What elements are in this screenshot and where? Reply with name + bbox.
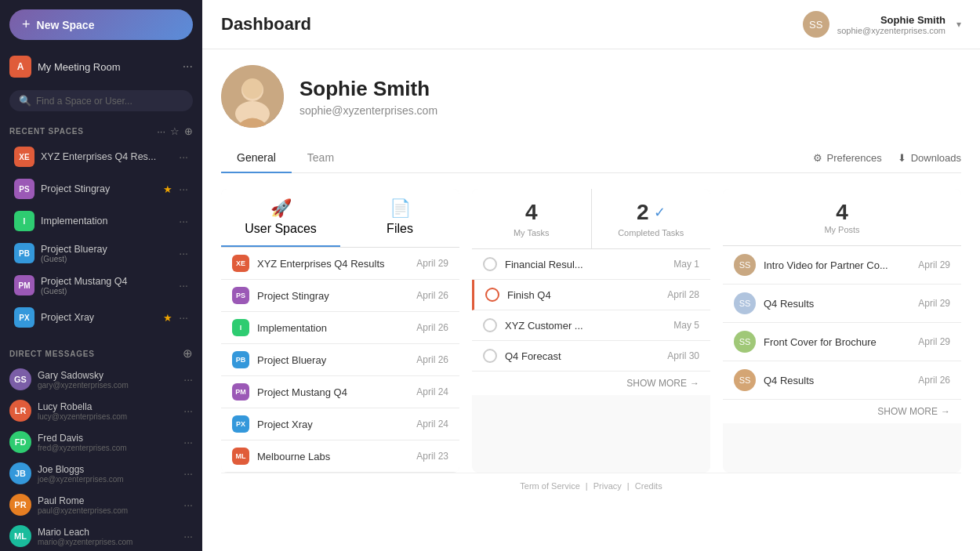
space-row-xe[interactable]: XE XYZ Enterprises Q4 Results April 29 (221, 248, 459, 280)
task-label-t1: Financial Resul... (505, 259, 666, 270)
downloads-label: Downloads (911, 152, 961, 164)
dm-item-mario[interactable]: ML Mario Leach mario@xyzenterprises.com … (0, 520, 202, 551)
dm-info-fred: Fred Davis fred@xyzenterprises.com (38, 433, 177, 452)
footer-terms[interactable]: Term of Service (520, 481, 579, 491)
post-row-p4[interactable]: SS Q4 Results April 26 (723, 361, 961, 400)
downloads-action[interactable]: ⬇ Downloads (898, 152, 961, 164)
dm-item-lucy[interactable]: LR Lucy Robella lucy@xyzenterprises.com … (0, 395, 202, 426)
dm-email-lucy: lucy@xyzenterprises.com (38, 412, 177, 421)
dm-name-joe: Joe Bloggs (38, 464, 177, 475)
dots-icon-pm[interactable]: ··· (179, 279, 188, 292)
space-row-label-xe: XYZ Enterprises Q4 Results (257, 258, 408, 270)
space-row-date-ml: April 23 (416, 451, 448, 462)
dm-add-icon[interactable]: ⊕ (183, 346, 193, 361)
space-row-px[interactable]: PX Project Xray April 24 (221, 408, 459, 440)
search-bar[interactable]: 🔍 (9, 90, 193, 111)
sidebar: + New Space A My Meeting Room ··· 🔍 RECE… (0, 0, 202, 551)
tab-general[interactable]: General (221, 143, 292, 173)
post-row-p1[interactable]: SS Intro Video for Partner Co... April 2… (723, 246, 961, 285)
meeting-room-item[interactable]: A My Meeting Room ··· (0, 49, 202, 84)
dm-item-fred[interactable]: FD Fred Davis fred@xyzenterprises.com ··… (0, 426, 202, 458)
dm-header: DIRECT MESSAGES ⊕ (0, 339, 202, 364)
dots-icon-i[interactable]: ··· (179, 215, 188, 227)
recent-spaces-star[interactable]: ☆ (170, 125, 180, 137)
task-circle-t1 (483, 257, 497, 271)
dm-dots-fred[interactable]: ··· (183, 436, 193, 448)
dots-icon-xe[interactable]: ··· (179, 150, 188, 163)
dm-info-gary: Gary Sadowsky gary@xyzenterprises.com (38, 370, 177, 390)
post-avatar-p4: SS (734, 369, 756, 391)
dm-dots-paul[interactable]: ··· (183, 498, 193, 511)
sidebar-item-pb[interactable]: PB Project Blueray (Guest) ··· (5, 237, 198, 269)
task-row-t2[interactable]: Finish Q4 April 28 (472, 280, 710, 310)
dm-item-joe[interactable]: JB Joe Bloggs joe@xyzenterprises.com ··· (0, 458, 202, 489)
task-date-t1: May 1 (673, 259, 699, 270)
sidebar-item-sub-pm: (Guest) (41, 287, 172, 295)
spaces-tabs: 🚀 User Spaces 📄 Files (221, 189, 459, 248)
star-icon-px: ★ (163, 312, 172, 324)
space-avatar-ps: PS (14, 179, 34, 199)
space-row-avatar-px: PX (232, 415, 249, 433)
task-row-t3[interactable]: XYZ Customer ... May 5 (472, 310, 710, 341)
dm-item-gary[interactable]: GS Gary Sadowsky gary@xyzenterprises.com… (0, 364, 202, 395)
recent-spaces-header: RECENT SPACES ··· ☆ ⊕ (0, 118, 202, 140)
space-row-avatar-xe: XE (232, 255, 249, 272)
dm-item-paul[interactable]: PR Paul Rome paul@xyzenterprises.com ··· (0, 489, 202, 520)
post-date-p3: April 29 (918, 336, 950, 347)
sidebar-item-label-i: Implementation (41, 216, 172, 227)
sidebar-item-i[interactable]: I Implementation ··· (5, 205, 198, 237)
dm-avatar-mario: ML (9, 525, 31, 547)
dm-dots-lucy[interactable]: ··· (183, 404, 193, 417)
dm-dots-mario[interactable]: ··· (183, 530, 193, 542)
sidebar-item-px[interactable]: PX Project Xray ★ ··· (5, 302, 198, 333)
sidebar-item-xe[interactable]: XE XYZ Enterprises Q4 Res... ··· (5, 141, 198, 172)
profile-avatar-svg (221, 65, 284, 128)
sidebar-item-pm[interactable]: PM Project Mustang Q4 (Guest) ··· (5, 270, 198, 301)
space-row-pb[interactable]: PB Project Blueray April 26 (221, 344, 459, 376)
space-row-ps[interactable]: PS Project Stingray April 26 (221, 280, 459, 312)
recent-spaces-add[interactable]: ⊕ (184, 125, 193, 137)
task-label-t3: XYZ Customer ... (505, 320, 666, 332)
sidebar-item-ps[interactable]: PS Project Stingray ★ ··· (5, 173, 198, 205)
space-row-i[interactable]: I Implementation April 26 (221, 312, 459, 344)
search-input[interactable] (36, 96, 183, 107)
task-row-t1[interactable]: Financial Resul... May 1 (472, 249, 710, 280)
footer: Term of Service | Privacy | Credits (221, 473, 961, 498)
space-row-avatar-ml: ML (232, 448, 249, 465)
task-row-t4[interactable]: Q4 Forecast April 30 (472, 341, 710, 372)
recent-spaces-dots[interactable]: ··· (157, 125, 165, 137)
space-row-pm[interactable]: PM Project Mustang Q4 April 24 (221, 376, 459, 408)
post-date-p2: April 29 (918, 298, 950, 309)
post-row-p3[interactable]: SS Front Cover for Brochure April 29 (723, 323, 961, 361)
tasks-show-more[interactable]: SHOW MORE → (472, 372, 710, 395)
dm-dots-joe[interactable]: ··· (183, 467, 193, 480)
posts-label: My Posts (734, 225, 950, 234)
post-date-p4: April 26 (918, 375, 950, 386)
dots-icon-px[interactable]: ··· (179, 311, 188, 324)
space-row-avatar-pm: PM (232, 383, 249, 401)
space-row-label-ps: Project Stingray (257, 290, 408, 302)
tab-team[interactable]: Team (292, 143, 350, 173)
dm-dots-gary[interactable]: ··· (183, 373, 193, 386)
footer-privacy[interactable]: Privacy (593, 481, 622, 491)
meeting-room-dots[interactable]: ··· (183, 60, 193, 74)
preferences-action[interactable]: ⚙ Preferences (813, 152, 882, 164)
dots-icon-pb[interactable]: ··· (179, 247, 188, 259)
task-circle-t3 (483, 318, 497, 332)
file-icon: 📄 (390, 198, 411, 219)
space-row-ml[interactable]: ML Melbourne Labs April 23 (221, 440, 459, 473)
user-info[interactable]: SS Sophie Smith sophie@xyzenterprises.co… (803, 11, 961, 38)
dm-info-mario: Mario Leach mario@xyzenterprises.com (38, 527, 177, 546)
dots-icon-ps[interactable]: ··· (179, 183, 188, 195)
footer-credits[interactable]: Credits (635, 481, 662, 491)
space-avatar-pm: PM (14, 275, 34, 295)
spaces-tab-user-spaces[interactable]: 🚀 User Spaces (221, 189, 340, 247)
post-row-p2[interactable]: SS Q4 Results April 29 (723, 285, 961, 323)
posts-show-more[interactable]: SHOW MORE → (723, 400, 961, 423)
spaces-tab-files[interactable]: 📄 Files (340, 189, 459, 247)
new-space-button[interactable]: + New Space (9, 9, 193, 40)
header-user-avatar: SS (803, 11, 829, 38)
task-date-t2: April 28 (667, 289, 699, 300)
dm-list: GS Gary Sadowsky gary@xyzenterprises.com… (0, 364, 202, 551)
svg-point-3 (242, 78, 263, 99)
